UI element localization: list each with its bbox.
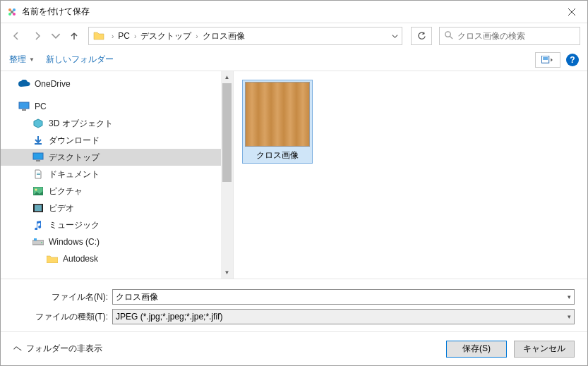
chevron-down-icon[interactable]: ▾ (568, 313, 571, 320)
svg-rect-4 (11, 11, 13, 13)
svg-line-8 (450, 36, 452, 39)
onedrive-icon (18, 78, 30, 90)
picture-icon (32, 185, 44, 197)
refresh-button[interactable] (411, 27, 432, 45)
save-button[interactable]: 保存(S) (446, 341, 507, 358)
svg-rect-11 (19, 102, 29, 109)
crumb-pc[interactable]: PC (116, 31, 131, 41)
recent-dropdown[interactable] (50, 28, 61, 44)
svg-point-7 (445, 32, 450, 37)
cube-icon (32, 117, 44, 130)
scroll-track[interactable] (221, 83, 233, 267)
tree-3d-objects[interactable]: 3D オブジェクト (1, 115, 233, 132)
new-folder-button[interactable]: 新しいフォルダー (46, 54, 114, 66)
nav-row: › PC › デスクトップ › クロス画像 (1, 23, 587, 49)
svg-point-26 (41, 242, 42, 243)
folder-tree: OneDrive PC 3D オブジェクト ダウンロード デスクトップ ドキュメ… (1, 71, 234, 279)
folder-icon (92, 29, 106, 43)
desktop-icon (32, 151, 44, 164)
scroll-up-icon[interactable]: ▲ (221, 71, 233, 83)
crumb-folder[interactable]: クロス画像 (201, 30, 246, 42)
file-item[interactable]: クロス画像 (242, 80, 313, 164)
toolbar: 整理▼ 新しいフォルダー ? (1, 49, 587, 71)
folder-icon (46, 252, 59, 265)
file-name: クロス画像 (256, 150, 299, 161)
hide-folders-link[interactable]: ヘ フォルダーの非表示 (13, 343, 102, 355)
save-as-dialog: 名前を付けて保存 › PC › デスクトップ › クロス画像 (0, 0, 588, 366)
svg-rect-13 (35, 143, 42, 145)
search-box[interactable] (439, 27, 580, 45)
tree-desktop[interactable]: デスクトップ (1, 149, 233, 166)
tree-documents[interactable]: ドキュメント (1, 166, 233, 183)
chevron-right-icon: › (109, 32, 116, 40)
footer: ヘ フォルダーの非表示 保存(S) キャンセル (1, 331, 587, 365)
drive-icon (32, 236, 44, 248)
svg-rect-21 (35, 205, 42, 211)
search-input[interactable] (457, 31, 575, 41)
back-button[interactable] (8, 28, 25, 44)
organize-button[interactable]: 整理▼ (9, 54, 35, 66)
body: OneDrive PC 3D オブジェクト ダウンロード デスクトップ ドキュメ… (1, 71, 587, 279)
tree-scrollbar[interactable]: ▲ ▼ (221, 71, 233, 279)
tree-videos[interactable]: ビデオ (1, 200, 233, 216)
file-thumbnail (245, 82, 310, 147)
view-options-button[interactable] (535, 52, 560, 68)
crumb-desktop[interactable]: デスクトップ (139, 30, 193, 42)
svg-rect-12 (22, 109, 26, 111)
svg-point-19 (35, 189, 37, 191)
breadcrumb: › PC › デスクトップ › クロス画像 (109, 30, 246, 42)
window-title: 名前を付けて保存 (22, 6, 556, 18)
svg-rect-15 (36, 160, 40, 161)
forward-button[interactable] (29, 28, 46, 44)
filetype-value: JPEG (*.jpg;*.jpeg;*.jpe;*.jfif) (116, 312, 222, 322)
chevron-right-icon: › (131, 32, 139, 40)
chevron-right-icon: › (193, 32, 200, 40)
tree-pictures[interactable]: ピクチャ (1, 183, 233, 200)
svg-rect-16 (37, 173, 40, 173)
tree-onedrive[interactable]: OneDrive (1, 75, 233, 92)
filename-input[interactable] (116, 292, 568, 302)
close-button[interactable] (556, 1, 587, 23)
scroll-down-icon[interactable]: ▼ (221, 267, 233, 279)
svg-rect-23 (42, 204, 43, 212)
svg-rect-25 (34, 238, 37, 240)
file-list[interactable]: クロス画像 (234, 71, 587, 279)
tree-autodesk[interactable]: Autodesk (1, 250, 233, 267)
svg-rect-17 (37, 174, 40, 175)
document-icon (32, 168, 44, 181)
up-button[interactable] (66, 28, 83, 44)
help-button[interactable]: ? (566, 54, 579, 66)
filetype-label: ファイルの種類(T): (13, 311, 112, 323)
filename-label: ファイル名(N): (13, 291, 112, 303)
tree-music[interactable]: ミュージック (1, 216, 233, 233)
svg-rect-22 (33, 204, 35, 212)
address-bar[interactable]: › PC › デスクトップ › クロス画像 (88, 27, 402, 45)
filetype-combo[interactable]: JPEG (*.jpg;*.jpeg;*.jpe;*.jfif) ▾ (112, 309, 575, 324)
titlebar: 名前を付けて保存 (1, 1, 587, 23)
download-icon (32, 134, 44, 147)
address-dropdown[interactable] (388, 33, 402, 39)
video-icon (32, 202, 44, 214)
svg-rect-14 (33, 153, 43, 159)
search-icon (444, 30, 453, 42)
pc-icon (18, 100, 30, 113)
tree-downloads[interactable]: ダウンロード (1, 132, 233, 149)
music-icon (32, 219, 44, 231)
tree-c-drive[interactable]: Windows (C:) (1, 233, 233, 250)
cancel-button[interactable]: キャンセル (514, 341, 575, 358)
scroll-thumb[interactable] (222, 83, 232, 182)
fields-area: ファイル名(N): ▾ ファイルの種類(T): JPEG (*.jpg;*.jp… (1, 279, 587, 331)
chevron-up-icon: ヘ (13, 343, 22, 355)
chevron-down-icon[interactable]: ▾ (568, 293, 571, 300)
tree-pc[interactable]: PC (1, 98, 233, 115)
svg-rect-10 (543, 56, 548, 59)
paint-app-icon (6, 6, 18, 18)
filename-input-wrap[interactable]: ▾ (112, 289, 575, 305)
